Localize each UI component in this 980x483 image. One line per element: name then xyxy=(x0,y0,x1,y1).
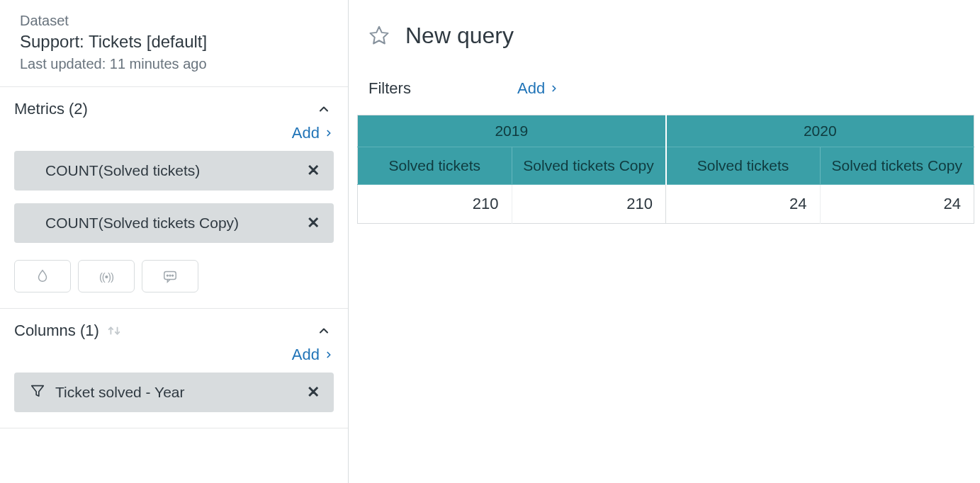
table-year-header: 2020 xyxy=(666,115,974,147)
dataset-updated: Last updated: 11 minutes ago xyxy=(20,56,331,72)
column-chip[interactable]: Ticket solved - Year ✕ xyxy=(14,373,334,412)
table-cell: 24 xyxy=(820,185,974,224)
table-sub-header: Solved tickets Copy xyxy=(820,147,974,185)
sidebar: Dataset Support: Tickets [default] Last … xyxy=(0,0,349,483)
chevron-right-icon xyxy=(549,84,559,93)
columns-title: Columns (1) xyxy=(14,322,99,340)
table-sub-header: Solved tickets xyxy=(666,147,821,185)
comment-button[interactable] xyxy=(142,260,198,292)
columns-collapse-toggle[interactable] xyxy=(314,324,334,338)
metric-chip-label: COUNT(Solved tickets Copy) xyxy=(30,215,239,232)
filters-label: Filters xyxy=(368,79,517,98)
close-icon[interactable]: ✕ xyxy=(307,383,320,402)
filters-add-button[interactable]: Add xyxy=(517,79,559,98)
chevron-up-icon xyxy=(317,324,331,338)
droplet-button[interactable] xyxy=(14,260,71,292)
dataset-block: Dataset Support: Tickets [default] Last … xyxy=(0,0,348,87)
metric-chip[interactable]: COUNT(Solved tickets Copy) ✕ xyxy=(14,203,334,243)
svg-point-3 xyxy=(172,275,174,276)
star-icon[interactable] xyxy=(368,24,390,48)
comment-icon xyxy=(162,268,178,284)
svg-point-2 xyxy=(169,275,171,276)
table-sub-header: Solved tickets xyxy=(358,147,512,185)
signal-icon: ((•)) xyxy=(99,271,113,283)
add-label: Add xyxy=(292,124,320,142)
metrics-add-button[interactable]: Add xyxy=(292,124,334,142)
metrics-collapse-toggle[interactable] xyxy=(314,102,334,116)
svg-point-1 xyxy=(167,275,168,276)
chevron-right-icon xyxy=(324,128,334,138)
metrics-title: Metrics (2) xyxy=(14,100,88,118)
table-cell: 24 xyxy=(666,185,821,224)
close-icon[interactable]: ✕ xyxy=(307,214,320,232)
add-label: Add xyxy=(292,346,320,364)
main-panel: New query Filters Add 2019 2020 Solved t… xyxy=(349,0,980,483)
dataset-name[interactable]: Support: Tickets [default] xyxy=(20,32,331,52)
metrics-section: Metrics (2) Add COUNT(Solved tickets) ✕ … xyxy=(0,87,348,309)
table-year-header: 2019 xyxy=(358,115,666,147)
metric-chip[interactable]: COUNT(Solved tickets) ✕ xyxy=(14,151,334,191)
table-cell: 210 xyxy=(358,185,512,224)
swap-icon[interactable] xyxy=(106,323,122,339)
add-label: Add xyxy=(517,79,545,98)
chevron-up-icon xyxy=(317,102,331,116)
query-title[interactable]: New query xyxy=(405,23,514,49)
signal-button[interactable]: ((•)) xyxy=(78,260,135,292)
chevron-right-icon xyxy=(324,350,334,360)
close-icon[interactable]: ✕ xyxy=(307,161,320,180)
column-chip-label: Ticket solved - Year xyxy=(55,384,184,401)
columns-add-button[interactable]: Add xyxy=(292,346,334,364)
dataset-label: Dataset xyxy=(20,13,331,29)
table-sub-header: Solved tickets Copy xyxy=(512,147,666,185)
svg-marker-4 xyxy=(32,386,44,397)
table-row: 210 210 24 24 xyxy=(358,185,974,224)
funnel-icon xyxy=(30,383,45,402)
svg-marker-5 xyxy=(371,26,388,43)
results-table: 2019 2020 Solved tickets Solved tickets … xyxy=(357,115,974,224)
columns-section: Columns (1) Add xyxy=(0,309,348,428)
droplet-icon xyxy=(35,268,50,284)
table-cell: 210 xyxy=(512,185,666,224)
metric-chip-label: COUNT(Solved tickets) xyxy=(30,162,200,179)
